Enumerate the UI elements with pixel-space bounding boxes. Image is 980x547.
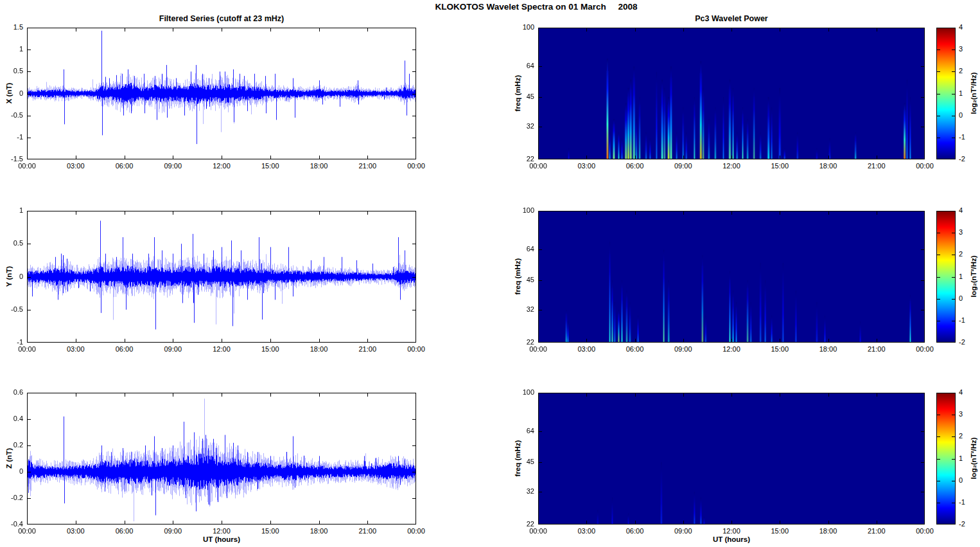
tick-label: 32 <box>506 122 534 130</box>
tick-label: 09:00 <box>669 162 697 170</box>
z-wavelet-spectrogram: 1006445322200:0003:0006:0009:0012:0015:0… <box>538 393 925 525</box>
tick-label: 15:00 <box>256 527 284 535</box>
tick-label: 15:00 <box>766 162 794 170</box>
tick-label: 00:00 <box>402 162 430 170</box>
tick-label: 00:00 <box>402 345 430 353</box>
tick-label: 06:00 <box>110 527 139 535</box>
colorbar-bottom-canvas <box>936 393 956 525</box>
colorbar-tick-label: 4 <box>959 388 978 396</box>
z-series-canvas <box>27 393 416 525</box>
tick-label: 12:00 <box>207 162 236 170</box>
colorbar-tick-label: -1 <box>959 498 978 506</box>
tick-label: 12:00 <box>717 162 746 170</box>
tick-label: 18:00 <box>305 527 333 535</box>
tick-label: 03:00 <box>572 527 600 535</box>
tick-label: 15:00 <box>256 162 284 170</box>
tick-label: 100 <box>506 23 534 31</box>
tick-label: 1.5 <box>0 23 23 31</box>
tick-label: 45 <box>506 458 534 465</box>
tick-label: 09:00 <box>159 162 187 170</box>
tick-label: 00:00 <box>524 345 552 353</box>
left-xaxis-label: UT (hours) <box>203 535 240 543</box>
tick-label: 100 <box>506 206 534 214</box>
x-wavelet-spectrogram: 1006445322200:0003:0006:0009:0012:0015:0… <box>538 28 925 159</box>
tick-label: 18:00 <box>814 345 843 353</box>
colorbar-middle-canvas <box>936 211 956 343</box>
colorbar-bottom: 43210-1-2 <box>936 393 956 525</box>
tick-label: -1 <box>0 133 23 141</box>
tick-label: 06:00 <box>110 345 139 353</box>
tick-label: 03:00 <box>572 345 600 353</box>
tick-label: 06:00 <box>110 162 139 170</box>
tick-label: -0.2 <box>0 494 23 501</box>
colorbar-tick-label: -2 <box>959 155 978 163</box>
tick-label: 06:00 <box>621 162 649 170</box>
tick-label: 0.2 <box>0 441 23 449</box>
tick-label: 09:00 <box>159 345 187 353</box>
colorbar-tick-label: 3 <box>959 228 978 236</box>
tick-label: 06:00 <box>621 527 649 535</box>
tick-label: 09:00 <box>669 527 697 535</box>
tick-label: 21:00 <box>862 345 891 353</box>
colorbar-top-label: log₂(nT²/Hz) <box>970 72 977 114</box>
tick-label: 00:00 <box>402 527 430 535</box>
tick-label: 00:00 <box>524 527 552 535</box>
tick-label: 0.5 <box>0 239 23 247</box>
tick-label: 00:00 <box>13 162 41 170</box>
colorbar-tick-label: 4 <box>959 206 978 214</box>
tick-label: 12:00 <box>717 345 746 353</box>
tick-label: 45 <box>506 276 534 283</box>
tick-label: -0.5 <box>0 111 23 119</box>
tick-label: 15:00 <box>766 527 794 535</box>
figure-title: KLOKOTOS Wavelet Spectra on 01 March 200… <box>435 2 637 12</box>
colorbar-tick-label: -1 <box>959 316 978 324</box>
tick-label: 1 <box>0 206 23 214</box>
tick-label: 12:00 <box>717 527 746 535</box>
y-series-canvas <box>27 211 416 343</box>
tick-label: 00:00 <box>911 527 939 535</box>
z-wavelet-canvas <box>538 393 925 525</box>
tick-label: 21:00 <box>353 162 381 170</box>
x-series-plot: 1.510.50-0.5-1-1.500:0003:0006:0009:0012… <box>27 28 416 159</box>
y-wavelet-spectrogram: 1006445322200:0003:0006:0009:0012:0015:0… <box>538 211 925 343</box>
tick-label: 00:00 <box>911 162 939 170</box>
right-xaxis-label: UT (hours) <box>713 535 750 543</box>
tick-label: 03:00 <box>62 527 90 535</box>
tick-label: 18:00 <box>305 162 333 170</box>
colorbar-tick-label: -1 <box>959 133 978 141</box>
tick-label: 100 <box>506 388 534 396</box>
y-wavelet-canvas <box>538 211 925 343</box>
tick-label: 18:00 <box>814 527 843 535</box>
tick-label: 21:00 <box>353 345 381 353</box>
tick-label: 03:00 <box>62 162 90 170</box>
tick-label: 1 <box>0 45 23 53</box>
tick-label: 21:00 <box>353 527 381 535</box>
tick-label: 0 <box>0 89 23 97</box>
tick-label: 18:00 <box>814 162 843 170</box>
tick-label: 21:00 <box>862 162 891 170</box>
colorbar-tick-label: 4 <box>959 23 978 31</box>
tick-label: 06:00 <box>621 345 649 353</box>
tick-label: 03:00 <box>62 345 90 353</box>
tick-label: 00:00 <box>524 162 552 170</box>
tick-label: -0.5 <box>0 305 23 313</box>
tick-label: 64 <box>506 245 534 253</box>
tick-label: 00:00 <box>911 345 939 353</box>
tick-label: 0.4 <box>0 415 23 422</box>
tick-label: 64 <box>506 62 534 69</box>
colorbar-bottom-label: log₂(nT²/Hz) <box>970 437 977 479</box>
colorbar-tick-label: -2 <box>959 520 978 528</box>
right-column-title: Pc3 Wavelet Power <box>695 14 767 23</box>
left-column-title: Filtered Series (cutoff at 23 mHz) <box>159 14 284 23</box>
wavelet-spectra-figure: KLOKOTOS Wavelet Spectra on 01 March 200… <box>0 0 980 547</box>
tick-label: 0 <box>0 467 23 475</box>
tick-label: 32 <box>506 305 534 313</box>
y-series-plot: 10.50-0.5-100:0003:0006:0009:0012:0015:0… <box>27 211 416 343</box>
tick-label: 0.6 <box>0 388 23 396</box>
tick-label: 64 <box>506 427 534 435</box>
tick-label: 18:00 <box>305 345 333 353</box>
colorbar-top: 43210-1-2 <box>936 28 956 159</box>
z-series-plot: 0.60.40.20-0.2-0.400:0003:0006:0009:0012… <box>27 393 416 525</box>
tick-label: 45 <box>506 93 534 100</box>
tick-label: 00:00 <box>13 345 41 353</box>
